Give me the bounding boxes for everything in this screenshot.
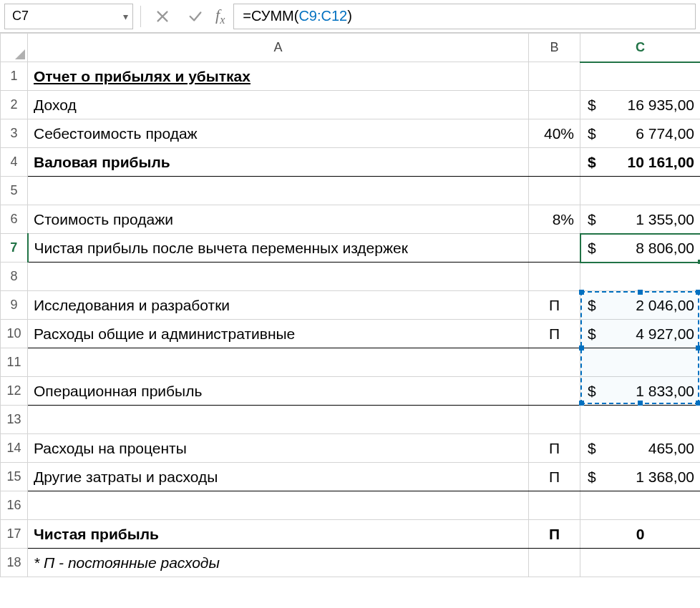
cell-b11[interactable] <box>529 348 580 377</box>
cell-b7[interactable] <box>529 234 580 263</box>
cell-c12[interactable]: $1 833,00 <box>580 377 701 406</box>
cell-a7[interactable]: Чистая прибыль после вычета переменных и… <box>28 234 529 263</box>
row-header[interactable]: 18 <box>1 549 28 577</box>
row-header[interactable]: 5 <box>1 177 28 205</box>
cell-c17[interactable]: 0 <box>580 520 701 549</box>
cell-c9[interactable]: $2 046,00 <box>580 291 701 320</box>
row-header[interactable]: 17 <box>1 520 28 549</box>
cell-b14[interactable]: П <box>529 434 580 463</box>
cell-c14[interactable]: $465,00 <box>580 434 701 463</box>
cell-c13[interactable] <box>580 406 701 434</box>
row-header[interactable]: 12 <box>1 377 28 406</box>
row-header[interactable]: 1 <box>1 62 28 91</box>
cell-c3[interactable]: $6 774,00 <box>580 119 701 148</box>
formula-text-prefix: =СУММ( <box>243 8 298 24</box>
cell-b17[interactable]: П <box>529 520 580 549</box>
cell-c1[interactable] <box>580 62 701 91</box>
cancel-icon <box>155 9 170 24</box>
cell-c8[interactable] <box>580 263 701 291</box>
row-header[interactable]: 7 <box>1 234 28 263</box>
confirm-formula-button[interactable] <box>181 4 210 29</box>
formula-input[interactable]: =СУММ(C9:C12) <box>233 4 696 29</box>
cell-a4[interactable]: Валовая прибыль <box>28 148 529 177</box>
cell-a15[interactable]: Другие затраты и расходы <box>28 463 529 491</box>
row-header[interactable]: 9 <box>1 291 28 320</box>
cell-c5[interactable] <box>580 177 701 205</box>
cell-b5[interactable] <box>529 177 580 205</box>
cancel-formula-button[interactable] <box>148 4 177 29</box>
cell-a16[interactable] <box>28 491 529 520</box>
cell-b16[interactable] <box>529 491 580 520</box>
formula-bar: C7 ▾ fx =СУММ(C9:C12) <box>0 0 700 33</box>
cell-a13[interactable] <box>28 406 529 434</box>
cell-a8[interactable] <box>28 263 529 291</box>
cell-a1[interactable]: Отчет о прибылях и убытках <box>28 62 529 91</box>
spreadsheet-grid[interactable]: A B C 1 Отчет о прибылях и убытках 2 Дох… <box>0 33 700 577</box>
formula-text-suffix: ) <box>347 8 352 24</box>
cell-b18[interactable] <box>529 549 580 577</box>
cell-b6[interactable]: 8% <box>529 205 580 234</box>
cell-c6[interactable]: $1 355,00 <box>580 205 701 234</box>
column-header-a[interactable]: A <box>28 34 529 62</box>
cell-a14[interactable]: Расходы на проценты <box>28 434 529 463</box>
column-header-b[interactable]: B <box>529 34 580 62</box>
row-header[interactable]: 4 <box>1 148 28 177</box>
cell-a18[interactable]: * П - постоянные расходы <box>28 549 529 577</box>
row-header[interactable]: 8 <box>1 263 28 291</box>
cell-b8[interactable] <box>529 263 580 291</box>
row-header[interactable]: 6 <box>1 205 28 234</box>
cell-b9[interactable]: П <box>529 291 580 320</box>
cell-c15[interactable]: $1 368,00 <box>580 463 701 491</box>
cell-b15[interactable]: П <box>529 463 580 491</box>
cell-c18[interactable] <box>580 549 701 577</box>
cell-c11[interactable] <box>580 348 701 377</box>
select-all-corner[interactable] <box>1 34 28 62</box>
divider <box>140 6 141 27</box>
cell-b13[interactable] <box>529 406 580 434</box>
row-header[interactable]: 14 <box>1 434 28 463</box>
cell-b12[interactable] <box>529 377 580 406</box>
cell-c2[interactable]: $16 935,00 <box>580 91 701 119</box>
cell-a5[interactable] <box>28 177 529 205</box>
cell-b2[interactable] <box>529 91 580 119</box>
cell-a11[interactable] <box>28 348 529 377</box>
cell-b4[interactable] <box>529 148 580 177</box>
cell-b1[interactable] <box>529 62 580 91</box>
row-header[interactable]: 10 <box>1 320 28 348</box>
name-box[interactable]: C7 ▾ <box>4 4 133 29</box>
column-header-c[interactable]: C <box>580 34 701 62</box>
formula-range: C9:C12 <box>298 8 347 24</box>
cell-a3[interactable]: Себестоимость продаж <box>28 119 529 148</box>
row-header[interactable]: 16 <box>1 491 28 520</box>
cell-c7[interactable]: $8 806,00 <box>580 234 701 263</box>
cell-reference: C7 <box>12 9 29 24</box>
row-header[interactable]: 2 <box>1 91 28 119</box>
cell-a12[interactable]: Операционная прибыль <box>28 377 529 406</box>
cell-a17[interactable]: Чистая прибыль <box>28 520 529 549</box>
cell-c10[interactable]: $4 927,00 <box>580 320 701 348</box>
fx-icon[interactable]: fx <box>215 6 225 26</box>
row-header[interactable]: 11 <box>1 348 28 377</box>
cell-b10[interactable]: П <box>529 320 580 348</box>
cell-b3[interactable]: 40% <box>529 119 580 148</box>
cell-c4[interactable]: $10 161,00 <box>580 148 701 177</box>
name-box-dropdown-icon[interactable]: ▾ <box>123 11 128 22</box>
check-icon <box>188 9 203 24</box>
row-header[interactable]: 13 <box>1 406 28 434</box>
cell-c16[interactable] <box>580 491 701 520</box>
cell-a9[interactable]: Исследования и разработки <box>28 291 529 320</box>
cell-a10[interactable]: Расходы общие и административные <box>28 320 529 348</box>
cell-a2[interactable]: Доход <box>28 91 529 119</box>
cell-a6[interactable]: Стоимость продажи <box>28 205 529 234</box>
row-header[interactable]: 3 <box>1 119 28 148</box>
row-header[interactable]: 15 <box>1 463 28 491</box>
